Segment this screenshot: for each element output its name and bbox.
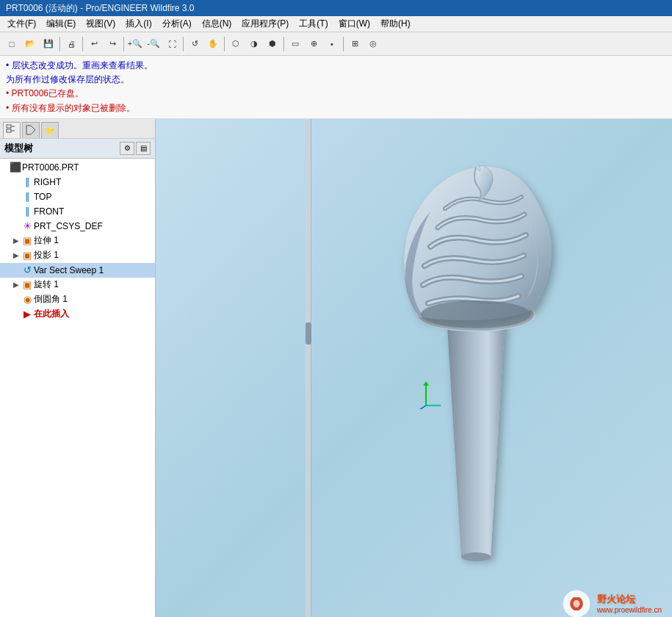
panel-tab-tree[interactable]	[3, 122, 21, 138]
menu-bar: 文件(F)编辑(E)视图(V)插入(I)分析(A)信息(N)应用程序(P)工具(…	[0, 16, 672, 32]
tree-item-varsect[interactable]: ↺Var Sect Sweep 1	[0, 263, 155, 278]
menu-item-a[interactable]: 分析(A)	[158, 16, 196, 32]
viewport-left-border	[306, 119, 311, 617]
toolbar-separator	[82, 37, 83, 51]
toolbar-separator	[59, 37, 60, 51]
chamfer-icon: ◉	[21, 294, 34, 305]
insert-icon: ▶	[21, 308, 34, 320]
svg-rect-0	[7, 125, 11, 128]
tree-expand-btn[interactable]: ▤	[136, 142, 151, 155]
model-canvas	[156, 119, 672, 617]
model-tree-title: 模型树	[4, 142, 33, 155]
datum-points-btn[interactable]: •	[323, 35, 341, 53]
svg-point-5	[461, 552, 491, 561]
zoom-out-btn[interactable]: -🔍	[145, 35, 162, 53]
tree-item-label-extrude1: 拉伸 1	[34, 234, 59, 247]
menu-item-w[interactable]: 窗口(W)	[334, 16, 375, 32]
shading-btn[interactable]: ◑	[245, 35, 263, 53]
view-default-btn[interactable]: ⬡	[227, 35, 245, 53]
notification-line: • 层状态改变成功。重画来查看结果。	[6, 59, 666, 73]
menu-item-f[interactable]: 文件(F)	[3, 16, 40, 32]
title-text: PRT0006 (活动的) - Pro/ENGINEER Wildfire 3.…	[6, 2, 195, 15]
save-btn[interactable]: 💾	[40, 35, 57, 53]
3d-model-svg	[322, 160, 630, 586]
svg-line-14	[415, 405, 426, 409]
coord-sys-btn[interactable]: ⊞	[346, 35, 364, 53]
tree-item-extrude1[interactable]: ▶▣拉伸 1	[0, 234, 155, 248]
tree-item-label-insert-here: 在此插入	[34, 308, 69, 320]
svg-marker-11	[423, 381, 429, 386]
tree-expand-icon[interactable]: ▶	[12, 281, 21, 289]
svg-point-9	[421, 300, 531, 328]
datum-plane-icon: ∥	[21, 206, 34, 217]
datum-axes-btn[interactable]: ⊕	[305, 35, 322, 53]
tree-item-insert-here[interactable]: ▶在此插入	[0, 307, 155, 322]
pan-btn[interactable]: ✋	[204, 35, 222, 53]
tree-item-rotate1[interactable]: ▶▣旋转 1	[0, 278, 155, 292]
sweep-icon: ↺	[21, 264, 34, 275]
zoom-in-btn[interactable]: +🔍	[126, 35, 144, 53]
title-bar: PRT0006 (活动的) - Pro/ENGINEER Wildfire 3.…	[0, 0, 672, 16]
wireframe-btn[interactable]: ⬢	[264, 35, 281, 53]
zoom-fit-btn[interactable]: ⛶	[163, 35, 181, 53]
watermark-url: www.proewildfire.cn	[597, 606, 662, 614]
menu-item-t[interactable]: 工具(T)	[295, 16, 332, 32]
tree-item-top[interactable]: ∥TOP	[0, 190, 155, 204]
tree-settings-btn[interactable]: ⚙	[120, 142, 134, 155]
toolbar-separator	[123, 37, 124, 51]
toolbar-separator	[283, 37, 284, 51]
tree-item-chamfer1[interactable]: ◉倒圆角 1	[0, 292, 155, 307]
left-scroll-handle[interactable]	[306, 322, 311, 344]
menu-item-e[interactable]: 编辑(E)	[42, 16, 80, 32]
panel-tab-2[interactable]	[22, 122, 40, 138]
menu-item-n[interactable]: 信息(N)	[198, 16, 236, 32]
notification-line: 为所有作过修改保存层的状态。	[6, 73, 666, 87]
tree-item-label-right: RIGHT	[34, 177, 61, 187]
menu-item-i[interactable]: 插入(I)	[121, 16, 156, 32]
tree-item-label-rotate1: 旋转 1	[34, 278, 59, 291]
tree-item-front[interactable]: ∥FRONT	[0, 204, 155, 219]
notification-line: • 所有没有显示的对象已被删除。	[6, 101, 666, 115]
tree-item-right[interactable]: ∥RIGHT	[0, 175, 155, 190]
redo-btn[interactable]: ↪	[104, 35, 121, 53]
notification-line: • PRT0006已存盘。	[6, 87, 666, 101]
tree-item-prt-csys[interactable]: ✳PRT_CSYS_DEF	[0, 219, 155, 234]
tree-item-revolve1-grp[interactable]: ▶▣投影 1	[0, 248, 155, 263]
feature-icon: ▣	[21, 279, 34, 290]
menu-item-v[interactable]: 视图(V)	[82, 16, 120, 32]
watermark-name: 野火论坛	[597, 593, 662, 606]
undo-btn[interactable]: ↩	[85, 35, 103, 53]
watermark-logo-svg	[562, 589, 591, 617]
menu-item-p[interactable]: 应用程序(P)	[237, 16, 293, 32]
model-tree-content: ⬛PRT0006.PRT∥RIGHT∥TOP∥FRONT✳PRT_CSYS_DE…	[0, 159, 155, 617]
tree-expand-icon[interactable]: ▶	[12, 237, 21, 245]
toolbar-separator	[224, 37, 225, 51]
svg-rect-1	[7, 129, 11, 132]
feature-icon: ▣	[21, 235, 34, 246]
panel-tab-3[interactable]: ⭐	[41, 122, 59, 138]
viewport[interactable]: 野火论坛 www.proewildfire.cn	[156, 119, 672, 617]
main-area: ⭐ 模型树 ⚙ ▤ ⬛PRT0006.PRT∥RIGHT∥TOP∥FRONT✳P…	[0, 119, 672, 617]
spin-center-btn[interactable]: ◎	[364, 35, 382, 53]
datum-planes-btn[interactable]: ▭	[286, 35, 304, 53]
toolbar-separator	[183, 37, 184, 51]
new-file-btn[interactable]: □	[3, 35, 21, 53]
datum-plane-icon: ∥	[21, 191, 34, 202]
print-btn[interactable]: 🖨	[62, 35, 80, 53]
model-tree-header: 模型树 ⚙ ▤	[0, 139, 155, 159]
watermark: 野火论坛 www.proewildfire.cn	[562, 589, 662, 617]
csys-icon: ✳	[21, 220, 34, 231]
rotate-btn[interactable]: ↺	[186, 35, 203, 53]
tree-expand-icon[interactable]: ▶	[12, 251, 21, 260]
toolbar: □📂💾🖨↩↪+🔍-🔍⛶↺✋⬡◑⬢▭⊕•⊞◎	[0, 32, 672, 56]
open-file-btn[interactable]: 📂	[21, 35, 39, 53]
menu-item-h[interactable]: 帮助(H)	[376, 16, 415, 32]
datum-plane-icon: ∥	[21, 176, 34, 187]
tree-item-root[interactable]: ⬛PRT0006.PRT	[0, 160, 155, 175]
tree-item-label-front: FRONT	[34, 206, 64, 217]
svg-marker-4	[447, 314, 505, 557]
part-icon: ⬛	[9, 162, 22, 173]
watermark-info: 野火论坛 www.proewildfire.cn	[597, 593, 662, 614]
notifications-area: • 层状态改变成功。重画来查看结果。 为所有作过修改保存层的状态。• PRT00…	[0, 56, 672, 119]
toolbar-separator	[343, 37, 344, 51]
